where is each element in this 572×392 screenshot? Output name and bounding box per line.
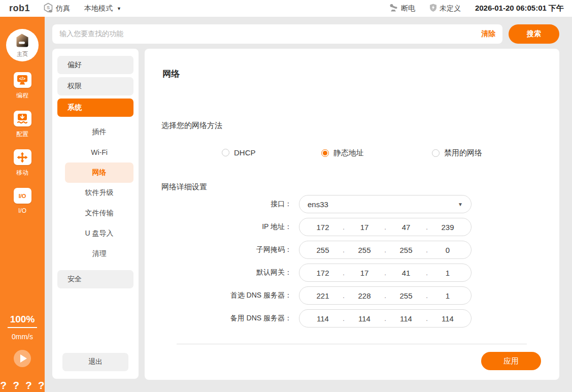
simulation-label: 仿真 [56, 4, 70, 13]
help-question-icon[interactable]: ? [13, 379, 19, 391]
radio-icon [432, 149, 440, 157]
sidebar-item-config[interactable]: 配置 [14, 111, 31, 139]
octet-field[interactable]: 255 [387, 246, 425, 254]
radio-label: 静态地址 [333, 148, 364, 158]
power-label: 断电 [401, 4, 415, 13]
shield-bolt-icon [429, 4, 437, 14]
octet-field[interactable]: 114 [345, 314, 384, 323]
octet-field[interactable]: 114 [304, 314, 342, 323]
safety-status[interactable]: 未定义 [429, 4, 461, 14]
speed-value: 0mm/s [0, 333, 45, 341]
submenu-item-usb-import[interactable]: U 盘导入 [65, 223, 133, 244]
help-question-icon[interactable]: ? [0, 379, 7, 391]
help-question-icon[interactable]: ? [38, 379, 45, 391]
octet-field[interactable]: 228 [345, 291, 384, 300]
settings-menu-panel: 偏好 权限 系统 插件 Wi-Fi 网络 软件升级 文件传输 U 盘导入 清理 … [52, 49, 139, 379]
ip-address-input[interactable]: 172.17.47.239 [299, 218, 472, 236]
play-button[interactable] [14, 350, 31, 367]
speed-percent: 100% [8, 314, 38, 328]
primary-dns-row: 首选 DNS 服务器： 221.228.255.1 [145, 286, 559, 305]
octet-field[interactable]: 1 [428, 269, 467, 277]
octet-field[interactable]: 172 [304, 269, 342, 277]
chevron-down-icon: ▼ [458, 202, 463, 207]
help-question-icon[interactable]: ? [25, 379, 32, 391]
submenu-item-software-upgrade[interactable]: 软件升级 [65, 183, 133, 203]
submenu-item-wifi[interactable]: Wi-Fi [65, 142, 133, 162]
sidebar-item-label: I/O [18, 207, 26, 214]
octet-field[interactable]: 47 [387, 223, 425, 232]
simulation-status: S 仿真 [43, 3, 70, 14]
ip-address-label: IP 地址： [145, 222, 292, 232]
sidebar-item-label: 主页 [17, 50, 28, 58]
menu-item-permissions[interactable]: 权限 [57, 77, 133, 95]
sidebar-item-label: 移动 [16, 169, 28, 177]
interface-row: 接口： ens33 ▼ [145, 195, 559, 213]
radio-icon [222, 149, 229, 156]
header-status-group: 断电 未定义 2026-01-20 06:05:01 下午 [389, 4, 564, 14]
radio-static-address[interactable]: 静态地址 [321, 148, 364, 158]
radio-dhcp[interactable]: DHCP [222, 148, 256, 157]
robot-arm-icon [389, 4, 398, 14]
submenu-item-cleanup[interactable]: 清理 [65, 244, 133, 264]
network-details-form: 接口： ens33 ▼ IP 地址： 172.17.47.239 子网掩码： 2… [145, 195, 559, 332]
interface-label: 接口： [145, 200, 292, 209]
io-icon: I/O [14, 188, 31, 204]
search-placeholder: 输入您要查找的功能 [59, 29, 481, 39]
top-header: rob1 S 仿真 本地模式 ▼ [0, 0, 572, 17]
backup-dns-row: 备用 DNS 服务器： 114.114.114.114 [145, 309, 559, 328]
interface-select[interactable]: ens33 ▼ [299, 195, 472, 213]
octet-field[interactable]: 41 [387, 269, 425, 277]
chevron-down-icon: ▼ [117, 6, 121, 11]
octet-field[interactable]: 172 [304, 223, 342, 232]
code-icon: </> [14, 72, 31, 88]
search-input[interactable]: 输入您要查找的功能 清除 [52, 24, 502, 44]
sidebar-item-home[interactable]: 主页 [6, 29, 39, 61]
menu-item-security[interactable]: 安全 [57, 270, 133, 288]
submenu-item-network[interactable]: 网络 [65, 162, 133, 183]
radio-label: DHCP [234, 148, 256, 157]
apply-button[interactable]: 应用 [481, 352, 541, 370]
power-status[interactable]: 断电 [389, 4, 415, 14]
network-method-label: 选择您的网络方法 [161, 121, 222, 130]
clock-display: 2026-01-20 06:05:01 下午 [475, 4, 564, 13]
octet-field[interactable]: 255 [304, 246, 342, 254]
radio-disabled-network[interactable]: 禁用的网络 [432, 148, 482, 158]
octet-field[interactable]: 239 [428, 223, 467, 232]
search-button[interactable]: 搜索 [509, 24, 559, 44]
exit-button[interactable]: 退出 [62, 353, 128, 371]
home-icon [15, 33, 30, 50]
backup-dns-label: 备用 DNS 服务器： [145, 314, 292, 323]
sidebar-item-program[interactable]: </> 编程 [14, 72, 31, 100]
sidebar-item-label: 编程 [16, 91, 28, 100]
subnet-mask-input[interactable]: 255.255.255.0 [299, 241, 472, 259]
radio-icon [321, 149, 329, 157]
octet-field[interactable]: 114 [387, 314, 425, 323]
octet-field[interactable]: 17 [345, 223, 384, 232]
nav-sidebar: 主页 </> 编程 配置 [0, 17, 45, 392]
search-bar: 输入您要查找的功能 清除 搜索 [52, 24, 559, 44]
octet-field[interactable]: 1 [428, 291, 467, 300]
subnet-mask-row: 子网掩码： 255.255.255.0 [145, 241, 559, 259]
interface-value: ens33 [308, 200, 328, 209]
mode-dropdown[interactable]: 本地模式 ▼ [84, 4, 121, 13]
octet-field[interactable]: 17 [345, 269, 384, 277]
sidebar-item-io[interactable]: I/O I/O [14, 188, 31, 214]
default-gateway-input[interactable]: 172.17.41.1 [299, 264, 472, 282]
primary-dns-input[interactable]: 221.228.255.1 [299, 286, 472, 305]
submenu-item-plugins[interactable]: 插件 [65, 122, 133, 142]
system-submenu: 插件 Wi-Fi 网络 软件升级 文件传输 U 盘导入 清理 [65, 122, 133, 264]
octet-field[interactable]: 255 [345, 246, 384, 254]
menu-item-preferences[interactable]: 偏好 [57, 56, 133, 74]
sidebar-item-move[interactable]: 移动 [14, 149, 31, 177]
octet-field[interactable]: 0 [428, 246, 467, 254]
default-gateway-row: 默认网关： 172.17.41.1 [145, 264, 559, 282]
octet-field[interactable]: 255 [387, 291, 425, 300]
submenu-item-file-transfer[interactable]: 文件传输 [65, 203, 133, 223]
octet-field[interactable]: 114 [428, 314, 467, 323]
ip-address-row: IP 地址： 172.17.47.239 [145, 218, 559, 236]
octet-field[interactable]: 221 [304, 291, 342, 300]
network-details-label: 网络详细设置 [161, 182, 207, 192]
menu-item-system[interactable]: 系统 [57, 99, 133, 117]
backup-dns-input[interactable]: 114.114.114.114 [299, 309, 472, 328]
clear-button[interactable]: 清除 [481, 29, 495, 39]
